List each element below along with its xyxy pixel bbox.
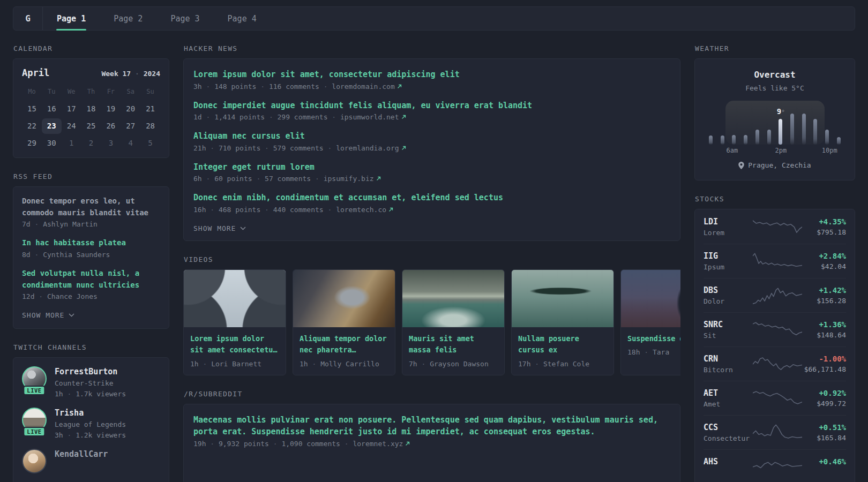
video-card[interactable]: Nullam posuere cursus ex17h · Stefan Col… [511, 269, 614, 375]
stock-info: CCSConsectetur [704, 423, 753, 442]
rss-item-title[interactable]: Sed volutpat nulla nisl, a condimentum n… [22, 268, 160, 291]
twitch-viewers: 1.2k viewers [76, 431, 126, 439]
news-item: Donec imperdiet augue tincidunt felis al… [193, 100, 670, 122]
news-item-domain-link[interactable]: loremdomain.com [332, 82, 394, 91]
stock-name: Amet [704, 400, 753, 408]
subreddit-section-title: /R/SUBREDDIT [184, 390, 680, 398]
right-column: WEATHER Overcast Feels like 5°C 9°6am2pm… [694, 44, 855, 482]
stock-price: $499.72 [802, 400, 846, 408]
rss-show-more-button[interactable]: SHOW MORE [22, 311, 74, 319]
rss-item-title[interactable]: In hac habitasse platea [22, 237, 160, 249]
video-title[interactable]: Aliquam tempor dolor nec pharetra… [300, 333, 388, 356]
weather-bar [755, 130, 759, 145]
video-title[interactable]: Nullam posuere cursus ex [518, 333, 607, 356]
news-item-title[interactable]: Maecenas mollis pulvinar erat non posuer… [193, 414, 670, 438]
twitch-section-title: TWITCH CHANNELS [13, 343, 169, 351]
stock-change: +1.42% [802, 286, 846, 295]
news-item: Lorem ipsum dolor sit amet, consectetur … [193, 69, 670, 91]
external-link-icon [397, 84, 402, 89]
hackernews-show-more-button[interactable]: SHOW MORE [193, 224, 246, 232]
tab-page-4[interactable]: Page 4 [214, 7, 271, 30]
stock-price: $42.04 [802, 262, 846, 270]
news-item-title[interactable]: Aliquam nec cursus elit [193, 130, 670, 142]
weather-bar [813, 119, 817, 145]
video-thumbnail [402, 270, 504, 327]
stock-row[interactable]: DBSDolor+1.42%$156.28 [704, 278, 846, 312]
show-more-label: SHOW MORE [22, 311, 64, 319]
video-meta: 18h · Tara [627, 348, 680, 356]
rss-list: Donec tempor eros leo, ut commodo mauris… [22, 195, 160, 300]
video-author: Tara [653, 348, 669, 356]
stock-values: +1.36%$148.64 [802, 320, 846, 339]
separator-dot: · [319, 82, 332, 91]
news-item-title[interactable]: Donec imperdiet augue tincidunt felis al… [193, 100, 670, 112]
rss-item-meta: 7d · Ashlyn Martin [22, 220, 160, 228]
calendar-day: 25 [81, 118, 101, 134]
weather-hour-label: 2pm [775, 147, 787, 154]
tab-page-1[interactable]: Page 1 [43, 7, 100, 30]
external-link-icon [401, 115, 406, 119]
stock-row[interactable]: CCSConsectetur+0.51%$165.84 [704, 415, 846, 449]
calendar-day: 20 [121, 101, 140, 117]
news-item-meta: 6h · 60 points · 57 comments · ipsumify.… [193, 175, 670, 183]
stock-row[interactable]: IIGIpsum+2.84%$42.04 [704, 244, 846, 278]
twitch-channel-row[interactable]: LIVEForrestBurtonCounter-Strike1h · 1.7k… [22, 366, 160, 398]
twitch-widget: LIVEForrestBurtonCounter-Strike1h · 1.7k… [13, 357, 169, 482]
separator-dot: · [202, 175, 214, 183]
news-item-points: 148 points [214, 82, 256, 91]
video-title[interactable]: Mauris sit amet massa felis [409, 333, 498, 356]
video-card-body: Aliquam tempor dolor nec pharetra…1h · M… [293, 327, 395, 375]
stock-info: DBSDolor [704, 285, 753, 305]
rss-item-meta: 12d · Chance Jones [22, 292, 160, 300]
news-item-domain-link[interactable]: loremtech.co [336, 206, 386, 214]
weather-bar [790, 114, 794, 145]
stock-info: CRNBitcorn [704, 354, 753, 374]
video-title[interactable]: Suspendisse diam [627, 333, 680, 345]
stock-values: +2.84%$42.04 [802, 252, 846, 270]
twitch-channel-name: ForrestBurton [55, 366, 126, 376]
twitch-avatar-wrap: LIVE [22, 366, 47, 393]
stock-row[interactable]: AHS+0.46% [704, 449, 846, 482]
news-item-domain-link[interactable]: ipsumworld.net [340, 113, 399, 121]
tab-page-3[interactable]: Page 3 [156, 7, 213, 30]
separator-dot: · [260, 144, 273, 152]
rss-item-author: Chance Jones [47, 292, 98, 300]
calendar-selected-day: 23 [42, 118, 62, 134]
video-thumbnail [621, 270, 680, 327]
news-item-domain-link[interactable]: loremnet.xyz [353, 440, 403, 448]
twitch-channel-row[interactable]: KendallCarr [22, 449, 160, 476]
twitch-channel-row[interactable]: LIVETrishaLeague of Legends3h · 1.2k vie… [22, 408, 160, 439]
rss-item-title[interactable]: Donec tempor eros leo, ut commodo mauris… [22, 195, 160, 219]
news-item-title[interactable]: Lorem ipsum dolor sit amet, consectetur … [193, 69, 670, 81]
video-card[interactable]: Mauris sit amet massa felis7h · Grayson … [402, 269, 505, 375]
tab-page-2[interactable]: Page 2 [100, 7, 156, 30]
separator-dot: · [31, 220, 43, 228]
news-item-title[interactable]: Integer eget rutrum lorem [193, 161, 670, 174]
stock-row[interactable]: LDILorem+4.35%$795.18 [704, 210, 846, 244]
stock-row[interactable]: SNRCSit+1.36%$148.64 [704, 312, 846, 347]
rss-item-time: 12d [22, 292, 34, 300]
rss-item-time: 8d [22, 251, 31, 259]
stock-row[interactable]: AETAmet+0.92%$499.72 [704, 381, 846, 415]
stock-change: -1.00% [802, 355, 846, 363]
weather-widget: Overcast Feels like 5°C 9°6am2pm10pm Pra… [694, 58, 855, 180]
calendar-month: April [22, 67, 49, 78]
news-item-points: 468 points [219, 206, 260, 214]
stock-price: $66,171.48 [802, 365, 846, 373]
twitch-channel-info: TrishaLeague of Legends3h · 1.2k viewers [55, 408, 126, 439]
video-card[interactable]: Suspendisse diam18h · Tara [620, 269, 680, 375]
calendar-week-label: Week 17 [101, 70, 131, 78]
calendar-day: 27 [121, 118, 140, 134]
news-item-domain-link[interactable]: loremlandia.org [336, 144, 399, 152]
calendar-day: 24 [62, 118, 81, 134]
video-card[interactable]: Lorem ipsum dolor sit amet consectetu…1h… [183, 269, 286, 375]
video-card[interactable]: Aliquam tempor dolor nec pharetra…1h · M… [293, 269, 395, 375]
news-item-points: 60 points [214, 175, 252, 183]
video-title[interactable]: Lorem ipsum dolor sit amet consectetu… [190, 333, 279, 356]
news-item-domain-link[interactable]: ipsumify.biz [324, 175, 374, 183]
news-item-title[interactable]: Donec enim nibh, condimentum et accumsan… [193, 192, 670, 204]
calendar-day: 17 [62, 101, 81, 117]
stock-row[interactable]: CRNBitcorn-1.00%$66,171.48 [704, 347, 846, 381]
separator-dot: · [256, 82, 268, 91]
weather-bar [732, 135, 736, 145]
